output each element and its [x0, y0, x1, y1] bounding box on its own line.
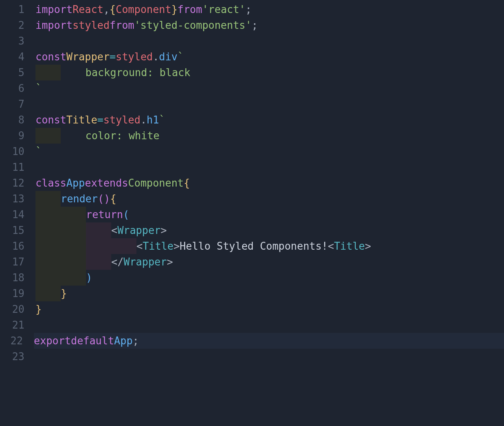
- code-content[interactable]: background: black: [35, 65, 190, 80]
- code-line: 13 render() {: [0, 191, 504, 207]
- indent-guide: [86, 254, 111, 270]
- indent-guide: [35, 254, 61, 270]
- code-content[interactable]: export default App;: [34, 333, 504, 349]
- indent-guide: [111, 238, 136, 254]
- code-line: 8 const Title = styled.h1`: [0, 112, 504, 128]
- line-number: 11: [0, 161, 35, 173]
- code-line: 14 return (: [0, 207, 504, 222]
- code-line: 7: [0, 96, 504, 112]
- indent-guide: [35, 238, 61, 254]
- indent-guide: [35, 128, 61, 144]
- indent-guide: [61, 207, 86, 222]
- code-line: 1 import React, { Component } from 'reac…: [0, 2, 504, 17]
- line-number: 10: [0, 146, 35, 157]
- line-number: 20: [0, 303, 35, 315]
- line-number: 16: [0, 240, 35, 252]
- code-line: 2 import styled from 'styled-components'…: [0, 17, 504, 33]
- code-line: 21: [0, 317, 504, 333]
- code-line: 10 `: [0, 144, 504, 159]
- code-line: 12 class App extends Component {: [0, 175, 504, 191]
- indent-guide: [86, 222, 111, 238]
- line-number: 23: [0, 351, 35, 362]
- line-number: 2: [0, 19, 35, 31]
- indent-guide: [61, 238, 86, 254]
- code-content[interactable]: <Wrapper>: [35, 222, 167, 238]
- code-content[interactable]: import styled from 'styled-components';: [35, 17, 258, 33]
- line-number: 17: [0, 256, 35, 268]
- indent-guide: [35, 207, 61, 222]
- code-line: 19 }: [0, 286, 504, 301]
- code-content[interactable]: const Wrapper = styled.div`: [35, 49, 184, 65]
- code-content[interactable]: }: [35, 301, 42, 317]
- code-content[interactable]: class App extends Component {: [35, 175, 190, 191]
- code-content[interactable]: color: white: [35, 128, 159, 144]
- indent-guide: [61, 254, 86, 270]
- code-line: 15 <Wrapper>: [0, 222, 504, 238]
- indent-guide: [86, 238, 111, 254]
- code-line: 17 </Wrapper>: [0, 254, 504, 270]
- code-line: 3: [0, 33, 504, 49]
- code-content[interactable]: }: [35, 286, 67, 301]
- indent-guide: [61, 222, 86, 238]
- line-number: 13: [0, 193, 35, 205]
- code-content[interactable]: <Title>Hello Styled Components!<Title>: [35, 238, 371, 254]
- code-content[interactable]: const Title = styled.h1`: [35, 112, 165, 128]
- line-number: 15: [0, 224, 35, 236]
- line-number: 21: [0, 319, 35, 331]
- code-line: 9 color: white: [0, 128, 504, 144]
- code-content[interactable]: </Wrapper>: [35, 254, 173, 270]
- code-editor[interactable]: 1 import React, { Component } from 'reac…: [0, 0, 504, 364]
- line-number: 3: [0, 35, 35, 47]
- line-number: 5: [0, 67, 35, 78]
- indent-guide: [35, 222, 61, 238]
- line-number: 14: [0, 209, 35, 220]
- code-line: 18 ): [0, 270, 504, 286]
- line-number: 8: [0, 114, 35, 126]
- code-line: 16 <Title>Hello Styled Components!<Title…: [0, 238, 504, 254]
- code-line: 4 const Wrapper = styled.div`: [0, 49, 504, 65]
- line-number: 7: [0, 98, 35, 110]
- code-line: 22 export default App;: [0, 333, 504, 349]
- line-number: 12: [0, 177, 35, 189]
- code-line: 11: [0, 159, 504, 175]
- code-line: 5 background: black: [0, 65, 504, 80]
- line-number: 1: [0, 4, 35, 15]
- indent-guide: [61, 270, 86, 286]
- line-number: 6: [0, 82, 35, 94]
- line-number: 18: [0, 272, 35, 284]
- indent-guide: [35, 191, 61, 207]
- code-content[interactable]: `: [35, 80, 42, 96]
- line-number: 4: [0, 51, 35, 63]
- line-number: 19: [0, 288, 35, 299]
- code-line: 6 `: [0, 80, 504, 96]
- code-content[interactable]: import React, { Component } from 'react'…: [35, 2, 252, 17]
- code-content[interactable]: `: [35, 144, 42, 159]
- indent-guide: [35, 286, 61, 301]
- code-line: 23: [0, 349, 504, 364]
- indent-guide: [35, 270, 61, 286]
- line-number: 22: [0, 335, 34, 347]
- code-content[interactable]: render() {: [35, 191, 116, 207]
- indent-guide: [35, 65, 61, 80]
- code-line: 20 }: [0, 301, 504, 317]
- line-number: 9: [0, 130, 35, 142]
- code-content[interactable]: return (: [35, 207, 129, 222]
- code-content[interactable]: ): [35, 270, 92, 286]
